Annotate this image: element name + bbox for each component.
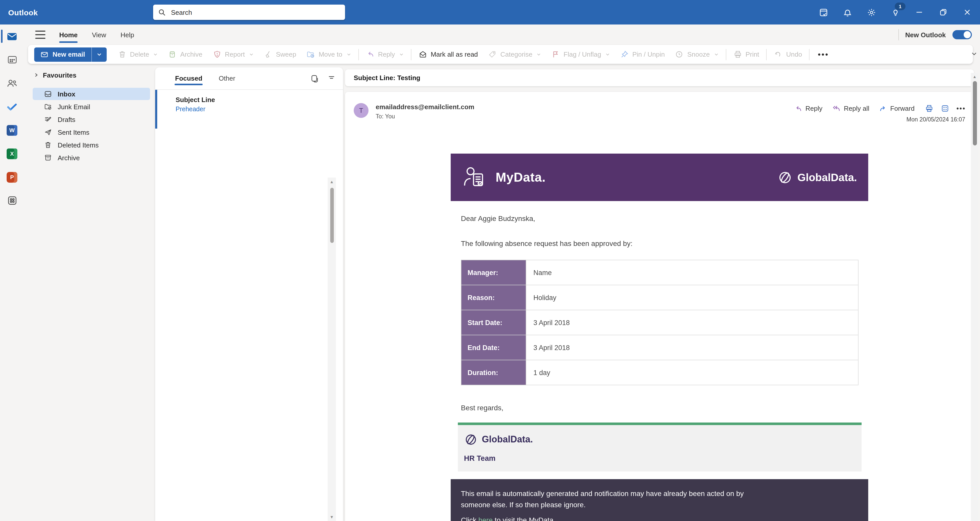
message-list-scrollbar[interactable]: ▲ ▼ <box>328 178 336 521</box>
mark-all-read-button[interactable]: Mark all as read <box>414 47 483 62</box>
row-value: 1 day <box>526 360 858 385</box>
scrollbar-thumb[interactable] <box>330 188 334 243</box>
broom-icon <box>264 50 272 59</box>
sender-address[interactable]: emailaddress@emailclient.com <box>375 103 474 111</box>
scroll-up-arrow[interactable]: ▲ <box>330 179 334 185</box>
email-date: Mon 20/05/2024 16:07 <box>907 116 965 122</box>
divider <box>358 49 359 60</box>
new-email-dropdown[interactable] <box>92 47 107 62</box>
rail-powerpoint-icon[interactable]: P <box>0 165 24 189</box>
report-button[interactable]: Report <box>207 47 259 62</box>
toolbar-overflow-button[interactable]: ••• <box>812 50 835 59</box>
settings-gear-icon[interactable] <box>865 6 877 18</box>
row-value: Name <box>526 260 858 285</box>
recipient-line[interactable]: To: You <box>375 113 395 119</box>
folder-inbox[interactable]: Inbox <box>33 88 150 100</box>
folder-drafts[interactable]: Drafts <box>33 113 150 125</box>
row-label: End Date: <box>461 335 526 360</box>
rail-calendar-icon[interactable] <box>0 48 24 71</box>
folder-pane: Favourites Inbox Junk <box>24 68 155 521</box>
globaldata-globe-icon-dark <box>464 433 478 446</box>
search-box[interactable] <box>153 5 345 20</box>
delete-button[interactable]: Delete <box>113 47 163 62</box>
footer-line-3: Click here to visit the MyData. <box>461 515 858 521</box>
tab-help[interactable]: Help <box>120 29 135 41</box>
new-email-button[interactable]: New email <box>34 47 107 62</box>
table-row: End Date: 3 April 2018 <box>461 335 858 360</box>
tips-lightbulb-icon[interactable]: 1 <box>890 6 901 18</box>
reading-pane-scrollbar[interactable]: ▲ <box>971 73 978 521</box>
scrollbar-thumb[interactable] <box>973 81 977 145</box>
close-icon[interactable] <box>962 6 973 18</box>
folder-sent[interactable]: Sent Items <box>33 126 150 138</box>
new-email-label: New email <box>52 51 85 58</box>
mydata-link[interactable]: here <box>478 516 493 521</box>
archive-box-icon <box>168 50 177 59</box>
sender-avatar[interactable]: T <box>354 103 369 118</box>
sent-plane-icon <box>44 128 52 136</box>
email-subject: Subject Line: Testing <box>354 74 420 82</box>
reply-all-button[interactable]: Reply all <box>830 103 872 114</box>
select-messages-icon[interactable] <box>310 74 319 83</box>
restore-icon[interactable] <box>938 6 949 18</box>
search-input[interactable] <box>170 8 340 17</box>
print-email-icon[interactable] <box>925 104 934 113</box>
rail-people-icon[interactable] <box>0 71 24 95</box>
folder-archive[interactable]: Archive <box>33 152 150 164</box>
sweep-button[interactable]: Sweep <box>259 47 301 62</box>
more-actions-icon[interactable]: ••• <box>956 105 966 112</box>
ribbon-tabs: Home View Help <box>59 29 135 41</box>
tab-view[interactable]: View <box>91 29 107 41</box>
tab-focused[interactable]: Focused <box>173 71 204 85</box>
tag-icon <box>488 50 497 59</box>
scroll-down-arrow[interactable]: ▼ <box>330 515 334 520</box>
email-closing: Best regards, <box>461 403 859 412</box>
new-outlook-toggle[interactable] <box>953 30 972 39</box>
rail-excel-icon[interactable]: X <box>0 142 24 165</box>
trash-icon <box>118 50 126 59</box>
message-list-item[interactable]: Subject Line Preheader <box>155 90 343 129</box>
rail-todo-icon[interactable] <box>0 95 24 118</box>
row-value: 3 April 2018 <box>526 310 858 335</box>
reply-button[interactable]: Reply <box>361 47 409 62</box>
undo-button[interactable]: Undo <box>769 47 807 62</box>
table-row: Start Date: 3 April 2018 <box>461 310 858 335</box>
apps-grid-icon[interactable] <box>941 104 950 113</box>
tab-other[interactable]: Other <box>217 71 237 85</box>
reply-button[interactable]: Reply <box>792 103 825 114</box>
move-to-button[interactable]: Move to <box>301 47 356 62</box>
rail-apps-icon[interactable] <box>0 189 24 212</box>
email-greeting: Dear Aggie Budzynska, <box>461 214 859 222</box>
email-header: T emailaddress@emailclient.com To: You R… <box>345 92 974 129</box>
folder-junk[interactable]: Junk Email <box>33 100 150 113</box>
reply-arrow-icon <box>366 50 374 59</box>
notifications-bell-icon[interactable] <box>842 6 853 18</box>
globaldata-logo-text: GlobalData. <box>797 171 857 183</box>
snooze-button[interactable]: Snooze <box>670 47 724 62</box>
minimize-icon[interactable] <box>914 6 925 18</box>
row-value: 3 April 2018 <box>526 335 858 360</box>
mydata-person-doc-icon <box>462 165 488 190</box>
favourites-header[interactable]: Favourites <box>24 68 155 82</box>
archive-box-icon <box>44 154 52 162</box>
rail-word-icon[interactable]: W <box>0 118 24 142</box>
collapse-ribbon-chevron-icon[interactable] <box>971 51 977 57</box>
print-button[interactable]: Print <box>728 47 764 62</box>
pin-button[interactable]: Pin / Unpin <box>615 47 670 62</box>
archive-button[interactable]: Archive <box>163 47 207 62</box>
categorise-button[interactable]: Categorise <box>483 47 546 62</box>
forward-button[interactable]: Forward <box>877 103 917 114</box>
email-body: MyData. GlobalData. Dear Aggie Budzynska… <box>451 154 868 521</box>
printer-icon <box>733 50 742 59</box>
chevron-down-icon <box>249 52 253 57</box>
email-signature: GlobalData. HR Team <box>458 423 862 472</box>
my-day-icon[interactable] <box>818 6 829 18</box>
folder-deleted[interactable]: Deleted Items <box>33 139 150 151</box>
hamburger-menu-icon[interactable] <box>35 31 45 39</box>
flag-button[interactable]: Flag / Unflag <box>546 47 615 62</box>
scroll-up-arrow[interactable]: ▲ <box>973 75 977 79</box>
rail-mail-icon[interactable] <box>0 24 24 48</box>
reply-arrow-icon <box>794 104 802 113</box>
filter-icon[interactable] <box>327 74 336 83</box>
tab-home[interactable]: Home <box>59 29 78 41</box>
